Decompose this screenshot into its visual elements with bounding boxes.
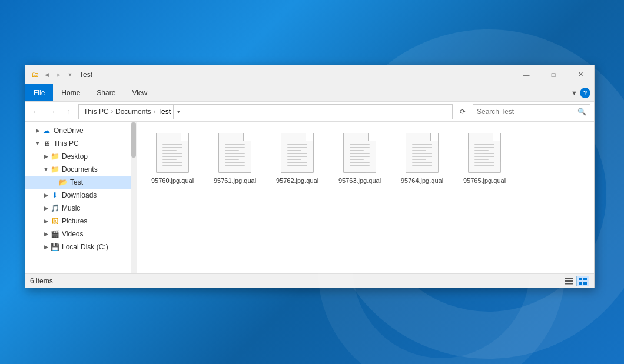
back-button[interactable]: ←	[29, 105, 43, 119]
search-icon[interactable]: 🔍	[577, 108, 586, 116]
downloads-label: Downloads	[62, 191, 97, 199]
path-sep-1: ›	[111, 108, 113, 115]
title-bar-icons: 🗂 ◀ ▶ ▼	[30, 70, 75, 79]
tab-home[interactable]: Home	[53, 84, 88, 101]
sidebar-item-pictures[interactable]: ▶ 🖼 Pictures	[25, 215, 131, 228]
search-box[interactable]: 🔍	[473, 104, 590, 119]
expand-thispc: ▼	[34, 139, 42, 148]
music-label: Music	[62, 204, 80, 212]
minimize-button[interactable]: —	[513, 65, 540, 84]
up-button[interactable]: ↑	[62, 105, 76, 119]
expand-videos: ▶	[42, 230, 50, 238]
status-bar: 6 items	[25, 273, 594, 288]
file-name: 95763.jpg.qual	[338, 176, 381, 185]
expand-desktop: ▶	[42, 152, 50, 161]
desktop-label: Desktop	[62, 152, 88, 161]
title-bar: 🗂 ◀ ▶ ▼ Test — □ ✕	[25, 65, 594, 84]
sidebar-item-localdisk[interactable]: ▶ 💾 Local Disk (C:)	[25, 241, 131, 253]
test-folder-icon: 📂	[58, 178, 68, 187]
status-count: 6 items	[30, 277, 53, 285]
maximize-button[interactable]: □	[540, 65, 567, 84]
folder-icon: 🗂	[30, 70, 39, 79]
address-path[interactable]: This PC › Documents › Test ▾	[78, 104, 453, 119]
expand-test	[50, 178, 58, 186]
view-buttons	[562, 276, 589, 286]
file-item[interactable]: 95764.jpg.qual	[393, 128, 452, 189]
path-test[interactable]: Test	[158, 108, 171, 116]
address-dropdown-button[interactable]: ▾	[173, 104, 184, 119]
file-icon	[403, 132, 441, 174]
svg-rect-1	[565, 280, 573, 282]
path-documents[interactable]: Documents	[115, 108, 151, 116]
file-icon	[278, 132, 316, 174]
pictures-icon: 🖼	[50, 216, 59, 226]
file-area: 95760.jpg.qual95761.jpg.qual95762.jpg.qu…	[137, 122, 594, 273]
forward-button[interactable]: →	[45, 105, 59, 119]
file-icon	[466, 132, 503, 174]
sidebar-item-music[interactable]: ▶ 🎵 Music	[25, 202, 131, 215]
file-name: 95762.jpg.qual	[276, 176, 318, 185]
down-arrow-icon: ▼	[65, 70, 75, 79]
tab-share[interactable]: Share	[88, 84, 124, 101]
videos-label: Videos	[62, 230, 83, 238]
refresh-button[interactable]: ⟳	[455, 104, 470, 119]
file-item[interactable]: 95762.jpg.qual	[268, 128, 327, 189]
expand-pictures: ▶	[42, 217, 50, 225]
file-item[interactable]: 95765.jpg.qual	[455, 128, 514, 189]
sidebar-item-thispc[interactable]: ▼ 🖥 This PC	[25, 137, 131, 150]
ribbon-expand-icon[interactable]: ▼	[571, 89, 577, 96]
file-item[interactable]: 95763.jpg.qual	[330, 128, 389, 189]
sidebar-item-documents[interactable]: ▼ 📁 Documents	[25, 163, 131, 176]
expand-downloads: ▶	[42, 191, 50, 199]
sidebar-item-desktop[interactable]: ▶ 📁 Desktop	[25, 150, 131, 163]
thispc-label: This PC	[54, 139, 79, 148]
sidebar-item-videos[interactable]: ▶ 🎬 Videos	[25, 228, 131, 241]
expand-documents: ▼	[42, 165, 50, 173]
pictures-label: Pictures	[62, 217, 87, 225]
ribbon-help-icon[interactable]: ?	[580, 88, 590, 98]
localdisk-icon: 💾	[50, 242, 59, 252]
window-title: Test	[79, 71, 513, 79]
search-input[interactable]	[477, 108, 577, 116]
view-large-button[interactable]	[576, 276, 589, 286]
onedrive-icon: ☁	[42, 126, 51, 135]
file-icon	[216, 132, 254, 174]
path-thispc[interactable]: This PC	[84, 108, 109, 116]
main-area: ▶ ☁ OneDrive ▼ 🖥 This PC ▶ 📁 Desktop ▼ 📁	[25, 122, 594, 273]
file-item[interactable]: 95760.jpg.qual	[143, 128, 202, 189]
back-quick-icon: ◀	[42, 70, 51, 79]
documents-icon: 📁	[50, 165, 59, 174]
file-name: 95760.jpg.qual	[151, 176, 194, 185]
svg-rect-3	[579, 278, 582, 280]
file-name: 95765.jpg.qual	[463, 176, 506, 185]
svg-rect-5	[579, 282, 582, 285]
svg-rect-0	[565, 278, 573, 279]
tab-view[interactable]: View	[124, 84, 155, 101]
test-label: Test	[70, 178, 83, 186]
file-icon	[154, 132, 191, 174]
file-item[interactable]: 95761.jpg.qual	[205, 128, 264, 189]
sidebar-scrollbar[interactable]	[131, 122, 137, 273]
expand-localdisk: ▶	[42, 243, 50, 251]
videos-icon: 🎬	[50, 229, 59, 239]
file-name: 95761.jpg.qual	[214, 176, 256, 185]
sidebar-content: ▶ ☁ OneDrive ▼ 🖥 This PC ▶ 📁 Desktop ▼ 📁	[25, 122, 131, 256]
thispc-icon: 🖥	[42, 139, 51, 148]
music-icon: 🎵	[50, 203, 59, 213]
sidebar-item-downloads[interactable]: ▶ ⬇ Downloads	[25, 189, 131, 202]
path-sep-2: ›	[154, 108, 155, 115]
expand-onedrive: ▶	[34, 126, 42, 135]
sidebar-scroll-thumb[interactable]	[131, 122, 136, 158]
desktop-icon: 📁	[50, 152, 59, 161]
ribbon: File Home Share View ▼ ?	[25, 84, 594, 102]
window-controls: — □ ✕	[513, 65, 594, 84]
sidebar: ▶ ☁ OneDrive ▼ 🖥 This PC ▶ 📁 Desktop ▼ 📁	[25, 122, 137, 273]
onedrive-label: OneDrive	[54, 126, 84, 135]
tab-file[interactable]: File	[25, 84, 53, 101]
forward-quick-icon: ▶	[54, 70, 63, 79]
close-button[interactable]: ✕	[567, 65, 594, 84]
view-details-button[interactable]	[562, 276, 575, 286]
sidebar-item-onedrive[interactable]: ▶ ☁ OneDrive	[25, 124, 131, 137]
sidebar-item-test[interactable]: 📂 Test	[25, 176, 131, 189]
explorer-window: 🗂 ◀ ▶ ▼ Test — □ ✕ File Home Share View …	[25, 65, 595, 288]
